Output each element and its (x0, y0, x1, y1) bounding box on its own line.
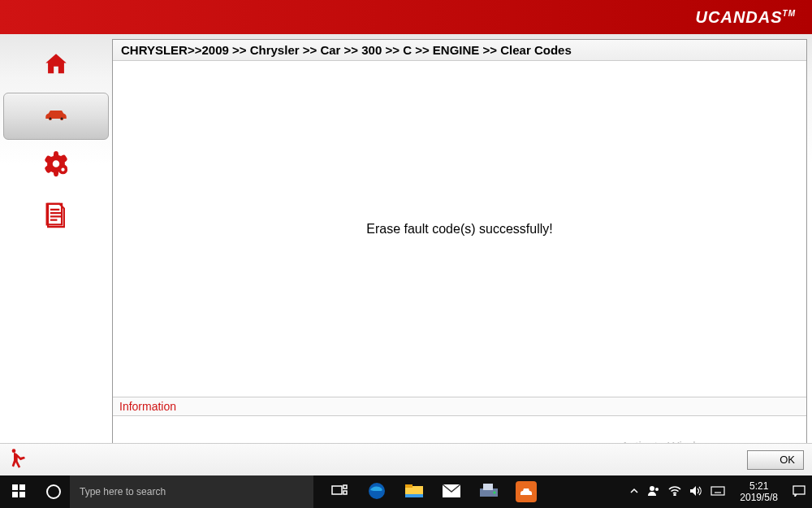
taskbar-app-mail[interactable] (434, 475, 469, 508)
cortana-icon (46, 484, 61, 499)
svg-rect-7 (19, 484, 25, 490)
svg-rect-11 (343, 485, 347, 488)
folder-icon (404, 483, 424, 501)
brand-logo: UCANDASTM (696, 8, 796, 27)
status-message: Erase fault code(s) successfully! (366, 222, 552, 237)
exit-icon[interactable] (8, 447, 31, 473)
taskbar-clock[interactable]: 5:21 2019/5/8 (733, 480, 784, 503)
svg-rect-24 (711, 487, 724, 495)
car-icon (42, 101, 70, 132)
svg-point-20 (494, 491, 496, 493)
taskbar-app-explorer[interactable] (396, 475, 432, 508)
svg-point-0 (50, 118, 52, 120)
taskbar-app-ucandas[interactable] (508, 475, 544, 508)
svg-point-22 (655, 488, 659, 491)
ucandas-app-icon (516, 481, 537, 502)
app-header: UCANDASTM (0, 0, 812, 34)
tray-notifications-icon[interactable] (793, 485, 806, 499)
main-panel: CHRYSLER>>2009 >> Chrysler >> Car >> 300… (112, 39, 807, 472)
svg-point-21 (650, 486, 654, 491)
svg-point-1 (61, 118, 63, 120)
taskbar-search[interactable]: Type here to search (70, 475, 313, 508)
info-label: Information (113, 397, 806, 416)
taskbar-app-edge[interactable] (359, 475, 395, 508)
clock-time: 5:21 (740, 480, 778, 492)
start-button[interactable] (0, 475, 37, 508)
edge-icon (367, 481, 387, 503)
sidebar-item-home[interactable] (3, 42, 109, 89)
system-tray: 5:21 2019/5/8 (629, 480, 812, 503)
windows-taskbar: Type here to search 5:21 (0, 475, 812, 508)
svg-rect-9 (19, 492, 25, 497)
svg-rect-6 (12, 484, 18, 490)
taskbar-apps (322, 475, 544, 508)
sidebar-item-diagnostics[interactable] (3, 93, 109, 140)
task-view-icon (331, 484, 348, 500)
scanner-icon (478, 482, 499, 502)
bottom-bar: OK (0, 443, 812, 475)
tray-volume-icon[interactable] (689, 485, 702, 499)
svg-rect-10 (332, 486, 342, 494)
gear-icon (42, 151, 70, 182)
windows-icon (12, 484, 25, 500)
svg-point-23 (674, 494, 676, 496)
task-view-button[interactable] (322, 475, 357, 508)
breadcrumb: CHRYSLER>>2009 >> Chrysler >> Car >> 300… (113, 40, 806, 61)
message-area: Erase fault code(s) successfully! (113, 61, 806, 397)
svg-rect-8 (12, 492, 18, 497)
mail-icon (442, 484, 461, 501)
ok-button[interactable]: OK (747, 450, 804, 470)
svg-rect-16 (405, 494, 423, 497)
svg-point-3 (61, 168, 64, 172)
svg-rect-12 (343, 491, 347, 494)
search-placeholder: Type here to search (80, 486, 166, 497)
tray-keyboard-icon[interactable] (710, 486, 725, 498)
sidebar-item-settings[interactable] (3, 143, 109, 190)
cortana-button[interactable] (37, 484, 70, 499)
tray-wifi-icon[interactable] (668, 486, 681, 498)
clock-date: 2019/5/8 (740, 492, 778, 503)
brand-text: UCANDAS (696, 8, 783, 26)
svg-rect-19 (483, 484, 493, 490)
svg-rect-30 (793, 486, 805, 494)
svg-point-5 (12, 449, 16, 453)
trademark: TM (783, 9, 796, 18)
body-area: CHRYSLER>>2009 >> Chrysler >> Car >> 300… (0, 34, 812, 472)
report-icon (42, 202, 70, 232)
svg-rect-4 (47, 204, 62, 225)
taskbar-app-scanner[interactable] (471, 475, 507, 508)
home-icon (42, 50, 70, 81)
sidebar-item-report[interactable] (3, 193, 109, 241)
tray-chevron-icon[interactable] (629, 486, 639, 498)
svg-rect-15 (405, 484, 412, 488)
tray-people-icon[interactable] (647, 485, 660, 499)
sidebar (0, 34, 112, 472)
